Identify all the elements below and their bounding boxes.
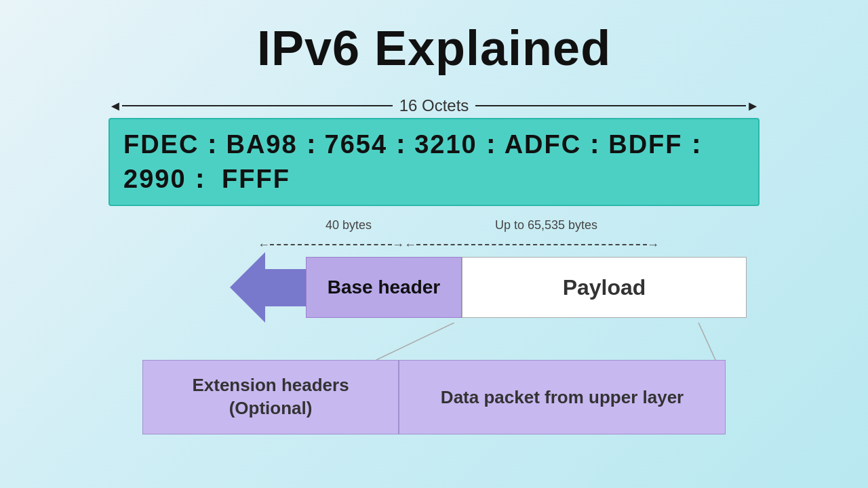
dash-line-2 bbox=[416, 244, 647, 245]
ipv6-address-text: FDEC：BA98：7654：3210：ADFC：BDFF：2990： FFFF bbox=[123, 127, 745, 197]
ipv6-address-bar: FDEC：BA98：7654：3210：ADFC：BDFF：2990： FFFF bbox=[108, 118, 760, 206]
svg-line-0 bbox=[376, 323, 454, 360]
main-container: IPv6 Explained ◄ 16 Octets ► FDEC：BA98：7… bbox=[0, 0, 868, 488]
page-title: IPv6 Explained bbox=[41, 20, 827, 76]
base-header-text: Base header bbox=[328, 277, 441, 298]
packet-section: 40 bytes Up to 65,535 bytes ← → ← → bbox=[95, 218, 868, 360]
packet-and-arrow: Base header Payload bbox=[230, 252, 747, 323]
octets-arrow-row: ◄ 16 Octets ► bbox=[108, 96, 760, 115]
data-packet-box: Data packet from upper layer bbox=[399, 360, 726, 434]
arrow-body bbox=[265, 269, 306, 306]
extension-headers-text: Extension headers(Optional) bbox=[192, 374, 349, 420]
label-65535-bytes: Up to 65,535 bytes bbox=[495, 218, 597, 232]
dashed-section: 40 bytes Up to 65,535 bytes ← → ← → bbox=[258, 218, 719, 251]
base-header-box: Base header bbox=[306, 257, 462, 318]
big-left-arrow bbox=[230, 252, 306, 323]
octets-section: ◄ 16 Octets ► FDEC：BA98：7654：3210：ADFC：B… bbox=[41, 96, 827, 206]
connector-svg bbox=[258, 323, 719, 360]
dash-left-arrow2: ← bbox=[404, 239, 416, 251]
octets-label: 16 Octets bbox=[399, 96, 469, 115]
svg-line-1 bbox=[698, 323, 715, 360]
arrow-line-right bbox=[475, 105, 746, 106]
connector-area bbox=[258, 323, 719, 360]
arrow-right-head: ► bbox=[746, 99, 760, 113]
dash-line-1 bbox=[270, 244, 392, 245]
dashed-arrows-line: ← → ← → bbox=[258, 239, 732, 251]
payload-box: Payload bbox=[462, 257, 747, 318]
arrow-left-head: ◄ bbox=[108, 99, 122, 113]
arrow-head bbox=[230, 252, 265, 323]
payload-text: Payload bbox=[563, 275, 646, 300]
data-packet-text: Data packet from upper layer bbox=[441, 387, 684, 408]
extension-headers-box: Extension headers(Optional) bbox=[142, 360, 399, 434]
dash-right-arrow2: → bbox=[647, 239, 659, 251]
lower-boxes-row: Extension headers(Optional) Data packet … bbox=[142, 360, 726, 434]
dash-left-arrow1: ← bbox=[258, 239, 270, 251]
label-40-bytes: 40 bytes bbox=[326, 218, 372, 232]
arrow-line-left bbox=[122, 105, 393, 106]
dash-right-arrow1: → bbox=[392, 239, 404, 251]
lower-section: Extension headers(Optional) Data packet … bbox=[41, 360, 827, 434]
